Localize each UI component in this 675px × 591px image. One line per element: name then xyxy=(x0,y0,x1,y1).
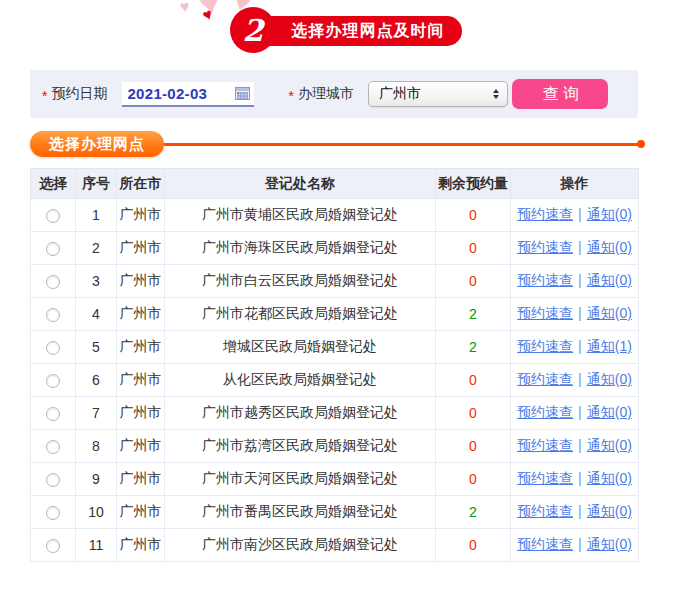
registry-name-cell: 从化区民政局婚姻登记处 xyxy=(165,364,436,397)
operations-cell: 预约速查|通知(0) xyxy=(511,529,639,562)
remaining-count-cell: 0 xyxy=(436,199,511,232)
city-select[interactable]: 广州市 xyxy=(368,81,508,107)
link-separator: | xyxy=(578,371,582,387)
branch-radio[interactable] xyxy=(46,374,60,388)
operations-cell: 预约速查|通知(0) xyxy=(511,430,639,463)
date-label: 预约日期 xyxy=(51,85,107,103)
operations-cell: 预约速查|通知(0) xyxy=(511,463,639,496)
operations-cell: 预约速查|通知(0) xyxy=(511,496,639,529)
branch-radio[interactable] xyxy=(46,506,60,520)
filter-bar: * 预约日期 2021-02-03 * 办理城市 广州市 查询 xyxy=(30,70,638,118)
city-cell: 广州市 xyxy=(117,496,165,529)
required-mark: * xyxy=(288,88,293,104)
city-cell: 广州市 xyxy=(117,199,165,232)
header-no: 序号 xyxy=(76,169,117,199)
section-divider-line xyxy=(164,143,638,146)
branch-radio[interactable] xyxy=(46,473,60,487)
notice-link[interactable]: 通知(0) xyxy=(587,272,632,288)
operations-cell: 预约速查|通知(0) xyxy=(511,265,639,298)
step-title-label: 选择办理网点及时间 xyxy=(292,21,445,42)
link-separator: | xyxy=(578,470,582,486)
quick-check-link[interactable]: 预约速查 xyxy=(517,305,573,321)
branch-radio[interactable] xyxy=(46,209,60,223)
registry-name-cell: 广州市番禺区民政局婚姻登记处 xyxy=(165,496,436,529)
table-row: 10广州市广州市番禺区民政局婚姻登记处2预约速查|通知(0) xyxy=(31,496,639,529)
step-number: 2 xyxy=(243,13,264,48)
branch-radio[interactable] xyxy=(46,308,60,322)
registry-name-cell: 广州市越秀区民政局婚姻登记处 xyxy=(165,397,436,430)
remaining-count-cell: 0 xyxy=(436,232,511,265)
query-button[interactable]: 查询 xyxy=(512,79,608,109)
city-field: * 办理城市 广州市 xyxy=(288,81,507,107)
city-cell: 广州市 xyxy=(117,232,165,265)
quick-check-link[interactable]: 预约速查 xyxy=(517,206,573,222)
quick-check-link[interactable]: 预约速查 xyxy=(517,404,573,420)
branch-table-body: 1广州市广州市黄埔区民政局婚姻登记处0预约速查|通知(0)2广州市广州市海珠区民… xyxy=(31,199,639,562)
operations-cell: 预约速查|通知(1) xyxy=(511,331,639,364)
city-cell: 广州市 xyxy=(117,364,165,397)
city-cell: 广州市 xyxy=(117,298,165,331)
registry-name-cell: 广州市天河区民政局婚姻登记处 xyxy=(165,463,436,496)
row-number-cell: 7 xyxy=(76,397,117,430)
link-separator: | xyxy=(578,272,582,288)
branch-radio[interactable] xyxy=(46,242,60,256)
header-name: 登记处名称 xyxy=(165,169,436,199)
notice-link[interactable]: 通知(0) xyxy=(587,239,632,255)
quick-check-link[interactable]: 预约速查 xyxy=(517,536,573,552)
step-title: 选择办理网点及时间 xyxy=(252,16,462,46)
select-cell xyxy=(31,265,76,298)
registry-name-cell: 广州市花都区民政局婚姻登记处 xyxy=(165,298,436,331)
city-cell: 广州市 xyxy=(117,331,165,364)
table-row: 6广州市从化区民政局婚姻登记处0预约速查|通知(0) xyxy=(31,364,639,397)
row-number-cell: 4 xyxy=(76,298,117,331)
table-row: 1广州市广州市黄埔区民政局婚姻登记处0预约速查|通知(0) xyxy=(31,199,639,232)
header-ops: 操作 xyxy=(511,169,639,199)
branch-radio[interactable] xyxy=(46,275,60,289)
operations-cell: 预约速查|通知(0) xyxy=(511,397,639,430)
notice-link[interactable]: 通知(1) xyxy=(587,338,632,354)
registry-name-cell: 广州市荔湾区民政局婚姻登记处 xyxy=(165,430,436,463)
city-cell: 广州市 xyxy=(117,430,165,463)
registry-name-cell: 广州市黄埔区民政局婚姻登记处 xyxy=(165,199,436,232)
section-title: 选择办理网点 xyxy=(30,131,164,157)
quick-check-link[interactable]: 预约速查 xyxy=(517,437,573,453)
heart-icon: ♥ xyxy=(200,6,215,24)
table-row: 4广州市广州市花都区民政局婚姻登记处2预约速查|通知(0) xyxy=(31,298,639,331)
notice-link[interactable]: 通知(0) xyxy=(587,371,632,387)
city-cell: 广州市 xyxy=(117,397,165,430)
header-select: 选择 xyxy=(31,169,76,199)
branch-radio[interactable] xyxy=(46,539,60,553)
branch-radio[interactable] xyxy=(46,341,60,355)
table-row: 11广州市广州市南沙区民政局婚姻登记处0预约速查|通知(0) xyxy=(31,529,639,562)
branch-radio[interactable] xyxy=(46,407,60,421)
link-separator: | xyxy=(578,536,582,552)
link-separator: | xyxy=(578,239,582,255)
quick-check-link[interactable]: 预约速查 xyxy=(517,503,573,519)
city-cell: 广州市 xyxy=(117,265,165,298)
quick-check-link[interactable]: 预约速查 xyxy=(517,272,573,288)
select-cell xyxy=(31,364,76,397)
operations-cell: 预约速查|通知(0) xyxy=(511,298,639,331)
date-input[interactable]: 2021-02-03 xyxy=(122,82,254,107)
notice-link[interactable]: 通知(0) xyxy=(587,536,632,552)
quick-check-link[interactable]: 预约速查 xyxy=(517,470,573,486)
notice-link[interactable]: 通知(0) xyxy=(587,206,632,222)
select-cell xyxy=(31,496,76,529)
remaining-count-cell: 0 xyxy=(436,364,511,397)
page: ♥ ♥ ♥ ♥ 选择办理网点及时间 2 * 预约日期 2021-02-03 * … xyxy=(0,0,675,591)
notice-link[interactable]: 通知(0) xyxy=(587,503,632,519)
notice-link[interactable]: 通知(0) xyxy=(587,437,632,453)
select-cell xyxy=(31,199,76,232)
select-cell xyxy=(31,397,76,430)
quick-check-link[interactable]: 预约速查 xyxy=(517,239,573,255)
quick-check-link[interactable]: 预约速查 xyxy=(517,338,573,354)
notice-link[interactable]: 通知(0) xyxy=(587,470,632,486)
notice-link[interactable]: 通知(0) xyxy=(587,305,632,321)
notice-link[interactable]: 通知(0) xyxy=(587,404,632,420)
select-cell xyxy=(31,529,76,562)
calendar-icon[interactable] xyxy=(235,87,250,100)
select-cell xyxy=(31,298,76,331)
link-separator: | xyxy=(578,305,582,321)
branch-radio[interactable] xyxy=(46,440,60,454)
quick-check-link[interactable]: 预约速查 xyxy=(517,371,573,387)
